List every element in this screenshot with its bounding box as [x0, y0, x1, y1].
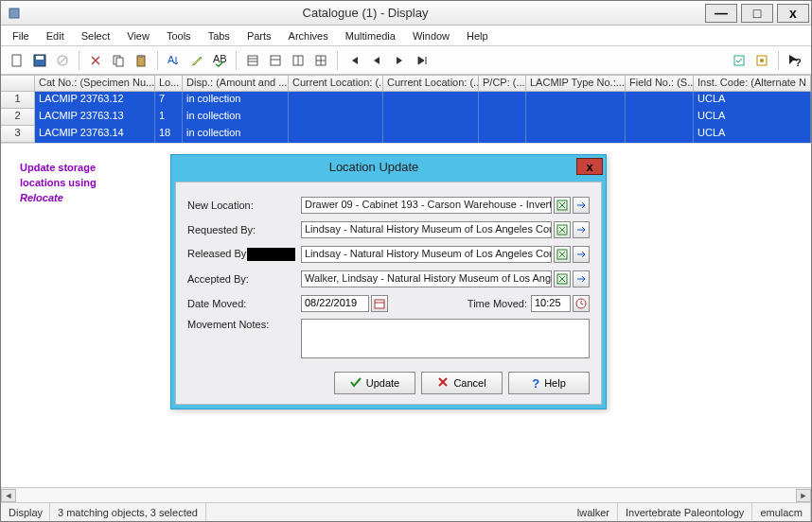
grid-header-cloc2[interactable]: Current Location: (...	[383, 75, 479, 91]
edit-icon[interactable]	[186, 50, 207, 71]
new-location-input[interactable]: Drawer 09 - Cabinet 193 - Carson Warehou…	[301, 197, 552, 214]
cell-cloc2[interactable]	[383, 109, 479, 126]
link-icon[interactable]	[573, 221, 590, 238]
first-record-icon[interactable]	[344, 50, 364, 71]
scroll-left-icon[interactable]: ◄	[1, 489, 16, 502]
close-button[interactable]: x	[777, 4, 809, 23]
copy-icon[interactable]	[108, 50, 129, 71]
cell-catno[interactable]: LACMIP 23763.14	[35, 126, 155, 143]
calendar-icon[interactable]	[371, 295, 388, 312]
table-row[interactable]: 3 LACMIP 23763.14 18 in collection UCLA	[1, 126, 811, 143]
cell-pcp[interactable]	[479, 109, 526, 126]
horizontal-scrollbar[interactable]: ◄ ►	[1, 487, 811, 502]
cell-field[interactable]	[626, 109, 694, 126]
paste-icon[interactable]	[131, 50, 151, 71]
cell-cloc1[interactable]	[289, 109, 383, 126]
data-grid[interactable]: Cat No.: (Specimen Nu... Lo... Disp.: (A…	[1, 75, 811, 144]
row-number[interactable]: 2	[1, 109, 35, 126]
lookup-icon[interactable]	[554, 246, 571, 263]
grid-header-type[interactable]: LACMIP Type No.:...	[526, 75, 626, 91]
grid-header-disp[interactable]: Disp.: (Amount and ...	[183, 75, 289, 91]
accepted-by-input[interactable]: Walker, Lindsay - Natural History Museum…	[301, 270, 552, 287]
scroll-track[interactable]	[16, 489, 796, 502]
view2-icon[interactable]	[265, 50, 286, 71]
cell-catno[interactable]: LACMIP 23763.13	[35, 109, 155, 126]
cell-lo[interactable]: 18	[155, 126, 183, 143]
link-icon[interactable]	[573, 246, 590, 263]
movement-notes-input[interactable]	[301, 319, 590, 358]
menu-window[interactable]: Window	[405, 28, 457, 44]
cell-cloc1[interactable]	[289, 92, 383, 109]
table-row[interactable]: 1 LACMIP 23763.12 7 in collection UCLA	[1, 92, 811, 109]
cell-lo[interactable]: 1	[155, 109, 183, 126]
grid-header-lo[interactable]: Lo...	[155, 75, 183, 91]
minimize-button[interactable]: —	[705, 4, 737, 23]
cell-field[interactable]	[626, 92, 694, 109]
attach2-icon[interactable]	[751, 50, 772, 71]
cell-disp[interactable]: in collection	[183, 92, 289, 109]
requested-by-input[interactable]: Lindsay - Natural History Museum of Los …	[301, 221, 552, 238]
cell-cloc2[interactable]	[383, 126, 479, 143]
cell-pcp[interactable]	[479, 126, 526, 143]
cell-disp[interactable]: in collection	[183, 109, 289, 126]
next-record-icon[interactable]	[389, 50, 410, 71]
spellcheck-icon[interactable]: ABC	[209, 50, 230, 71]
cell-inst[interactable]: UCLA	[694, 109, 811, 126]
whats-this-icon[interactable]: ?	[785, 50, 805, 71]
link-icon[interactable]	[573, 270, 590, 287]
lookup-icon[interactable]	[554, 270, 571, 287]
last-record-icon[interactable]	[412, 50, 432, 71]
row-number[interactable]: 1	[1, 92, 35, 109]
dialog-titlebar[interactable]: Location Update x	[171, 155, 606, 178]
cell-field[interactable]	[626, 126, 694, 143]
cell-pcp[interactable]	[479, 92, 526, 109]
cancel-button[interactable]: Cancel	[421, 372, 503, 394]
menu-view[interactable]: View	[119, 28, 157, 44]
help-button[interactable]: ? Help	[508, 372, 590, 394]
cell-inst[interactable]: UCLA	[694, 92, 811, 109]
grid-header-catno[interactable]: Cat No.: (Specimen Nu...	[35, 75, 155, 91]
sort-icon[interactable]: A	[164, 50, 185, 71]
time-moved-input[interactable]: 10:25	[531, 295, 571, 312]
scroll-right-icon[interactable]: ►	[796, 489, 811, 502]
menu-parts[interactable]: Parts	[239, 28, 279, 44]
row-number[interactable]: 3	[1, 126, 35, 143]
cut-icon[interactable]	[85, 50, 106, 71]
update-button[interactable]: Update	[334, 372, 415, 394]
view1-icon[interactable]	[242, 50, 263, 71]
lookup-icon[interactable]	[554, 221, 571, 238]
view4-icon[interactable]	[310, 50, 331, 71]
menu-multimedia[interactable]: Multimedia	[338, 28, 403, 44]
date-moved-input[interactable]: 08/22/2019	[301, 295, 369, 312]
cell-cloc1[interactable]	[289, 126, 383, 143]
cell-inst[interactable]: UCLA	[694, 126, 811, 143]
link-icon[interactable]	[573, 197, 590, 214]
attach1-icon[interactable]	[729, 50, 750, 71]
lookup-icon[interactable]	[554, 197, 571, 214]
cell-catno[interactable]: LACMIP 23763.12	[35, 92, 155, 109]
menu-edit[interactable]: Edit	[39, 28, 72, 44]
prev-record-icon[interactable]	[366, 50, 387, 71]
menu-tabs[interactable]: Tabs	[201, 28, 238, 44]
maximize-button[interactable]: □	[741, 4, 773, 23]
cell-lo[interactable]: 7	[155, 92, 183, 109]
grid-header-pcp[interactable]: P/CP: (...	[479, 75, 526, 91]
grid-header-inst[interactable]: Inst. Code: (Alternate N	[694, 75, 811, 91]
clock-icon[interactable]	[573, 295, 590, 312]
new-doc-icon[interactable]	[7, 50, 27, 71]
grid-header-field[interactable]: Field No.: (S...	[626, 75, 694, 91]
menu-select[interactable]: Select	[74, 28, 118, 44]
cell-type[interactable]	[526, 92, 626, 109]
cell-type[interactable]	[526, 126, 626, 143]
cell-cloc2[interactable]	[383, 92, 479, 109]
table-row[interactable]: 2 LACMIP 23763.13 1 in collection UCLA	[1, 109, 811, 126]
view3-icon[interactable]	[288, 50, 309, 71]
menu-help[interactable]: Help	[459, 28, 496, 44]
released-by-input[interactable]: Lindsay - Natural History Museum of Los …	[301, 246, 552, 263]
cell-disp[interactable]: in collection	[183, 126, 289, 143]
menu-archives[interactable]: Archives	[281, 28, 336, 44]
grid-header-rownum[interactable]	[1, 75, 35, 91]
grid-header-cloc1[interactable]: Current Location: (...	[289, 75, 383, 91]
dialog-close-button[interactable]: x	[576, 158, 603, 175]
menu-tools[interactable]: Tools	[159, 28, 199, 44]
